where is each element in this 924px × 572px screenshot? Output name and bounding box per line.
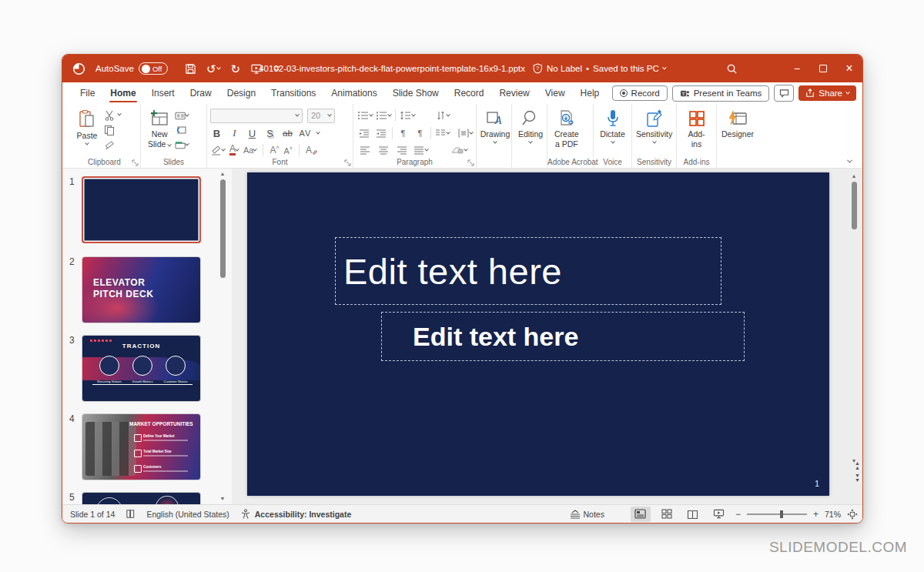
zoom-slider[interactable] bbox=[747, 513, 807, 515]
create-pdf-button[interactable]: Createa PDF bbox=[551, 107, 583, 152]
accessibility-checker[interactable]: Accessibility: Investigate bbox=[240, 509, 351, 519]
collapse-ribbon-button[interactable] bbox=[847, 158, 852, 163]
bold-button[interactable]: B bbox=[210, 128, 223, 139]
increase-font-button[interactable]: A˄ bbox=[270, 145, 279, 156]
align-left-button[interactable] bbox=[357, 143, 373, 157]
slide-editor[interactable]: Edit text here Edit text here 1 bbox=[247, 172, 829, 496]
bullets-button[interactable] bbox=[357, 109, 373, 122]
thumbnail-scrollbar[interactable]: ▲ ▼ bbox=[218, 170, 227, 503]
save-button[interactable] bbox=[185, 63, 196, 75]
italic-button[interactable]: I bbox=[228, 127, 241, 139]
title-placeholder[interactable]: Edit text here bbox=[335, 237, 721, 305]
undo-button[interactable]: ↺ bbox=[206, 63, 221, 75]
slide-thumbnail-3[interactable]: TRACTION Recurring Visitors Growth Metri… bbox=[82, 335, 201, 402]
align-right-button[interactable] bbox=[393, 143, 410, 157]
slide-thumbnail-1[interactable] bbox=[82, 176, 201, 243]
tab-design[interactable]: Design bbox=[220, 84, 263, 102]
ltr-text-button[interactable]: ¶ bbox=[396, 126, 411, 140]
subtitle-placeholder-text[interactable]: Edit text here bbox=[413, 322, 578, 352]
sensitivity-button[interactable]: Sensitivity bbox=[635, 107, 673, 146]
slide-indicator[interactable]: Slide 1 of 14 bbox=[70, 510, 115, 519]
dictate-button[interactable]: Dictate bbox=[597, 107, 628, 146]
clear-formatting-button[interactable]: A bbox=[306, 145, 318, 156]
previous-slide-button[interactable]: ▲▲ bbox=[855, 461, 860, 470]
clipboard-dialog-launcher[interactable] bbox=[132, 159, 139, 166]
tab-file[interactable]: File bbox=[73, 84, 102, 102]
normal-view-button[interactable] bbox=[631, 507, 651, 522]
text-direction-button[interactable] bbox=[434, 109, 451, 122]
paste-button[interactable]: Paste bbox=[72, 107, 102, 148]
language-indicator[interactable]: English (United States) bbox=[146, 510, 229, 519]
comments-button[interactable] bbox=[774, 85, 794, 102]
tab-slide-show[interactable]: Slide Show bbox=[386, 84, 446, 102]
tab-draw[interactable]: Draw bbox=[183, 84, 219, 102]
scroll-down-icon[interactable]: ▼ bbox=[220, 495, 226, 503]
drawing-button[interactable]: A Drawing bbox=[480, 107, 511, 146]
cut-button[interactable] bbox=[102, 109, 116, 122]
search-button[interactable] bbox=[716, 55, 747, 82]
tab-insert[interactable]: Insert bbox=[145, 84, 182, 102]
zoom-in-button[interactable]: + bbox=[813, 509, 819, 520]
zoom-level[interactable]: 71% bbox=[825, 510, 841, 519]
slide-thumbnail-2[interactable]: ELEVATOR PITCH DECK bbox=[82, 256, 201, 323]
share-button[interactable]: Share bbox=[798, 85, 856, 101]
spellcheck-icon[interactable] bbox=[126, 509, 136, 519]
autosave-switch[interactable]: Off bbox=[139, 62, 168, 75]
scroll-up-icon[interactable]: ▲ bbox=[852, 172, 857, 180]
maximize-button[interactable] bbox=[810, 55, 836, 82]
notes-button[interactable]: Notes bbox=[570, 510, 604, 519]
title-placeholder-text[interactable]: Edit text here bbox=[343, 250, 562, 293]
editor-scrollbar[interactable]: ▲ ▼ bbox=[849, 172, 859, 465]
format-painter-button[interactable] bbox=[102, 139, 116, 151]
copy-button[interactable] bbox=[102, 124, 116, 136]
zoom-slider-thumb[interactable] bbox=[780, 510, 783, 518]
highlight-button[interactable] bbox=[210, 145, 225, 156]
zoom-out-button[interactable]: − bbox=[735, 509, 741, 520]
increase-indent-button[interactable] bbox=[373, 126, 389, 140]
fit-to-window-button[interactable] bbox=[847, 509, 858, 520]
numbering-button[interactable] bbox=[375, 109, 392, 122]
columns-button[interactable] bbox=[434, 126, 450, 140]
editing-button[interactable]: Editing bbox=[515, 107, 546, 146]
text-shadow-button[interactable]: S bbox=[263, 128, 276, 139]
autosave-toggle[interactable]: AutoSave Off bbox=[95, 62, 168, 75]
subtitle-placeholder[interactable]: Edit text here bbox=[381, 312, 745, 361]
redo-button[interactable]: ↻ bbox=[230, 63, 240, 75]
tab-view[interactable]: View bbox=[538, 84, 572, 102]
slideshow-view-button[interactable] bbox=[709, 507, 729, 522]
tab-record[interactable]: Record bbox=[447, 84, 491, 102]
paragraph-dialog-launcher[interactable] bbox=[467, 159, 474, 166]
font-size-select[interactable]: 20 bbox=[307, 109, 335, 123]
slide-thumbnail-5[interactable] bbox=[82, 492, 201, 504]
document-title[interactable]: 40102-03-investors-pitch-deck-flat-power… bbox=[259, 64, 525, 73]
tab-home[interactable]: Home bbox=[103, 84, 142, 102]
sensitivity-label-control[interactable]: ? No Label • Saved to this PC bbox=[533, 63, 666, 74]
present-in-teams-button[interactable]: T Present in Teams bbox=[672, 85, 770, 102]
minimize-button[interactable]: − bbox=[784, 55, 810, 82]
rtl-text-button[interactable]: ¶ bbox=[412, 126, 427, 140]
scroll-up-icon[interactable]: ▲ bbox=[220, 170, 226, 178]
character-spacing-button[interactable]: AV bbox=[299, 129, 312, 138]
slide-thumbnail-4[interactable]: MARKET OPPORTUNITIES Define Your Market … bbox=[82, 413, 201, 480]
designer-button[interactable]: Designer bbox=[720, 107, 755, 142]
align-center-button[interactable] bbox=[375, 143, 392, 157]
font-name-select[interactable] bbox=[210, 109, 303, 123]
slide-layout-button[interactable] bbox=[175, 109, 189, 122]
new-slide-button[interactable]: New Slide bbox=[144, 107, 175, 152]
tab-transitions[interactable]: Transitions bbox=[264, 84, 323, 102]
editor-scrollbar-thumb[interactable] bbox=[852, 182, 857, 229]
align-text-button[interactable] bbox=[457, 126, 473, 140]
line-spacing-button[interactable] bbox=[399, 109, 416, 122]
tab-animations[interactable]: Animations bbox=[324, 84, 383, 102]
reset-slide-button[interactable] bbox=[175, 124, 189, 136]
thumbnail-scrollbar-thumb[interactable] bbox=[220, 179, 226, 278]
next-slide-button[interactable]: ▼▼ bbox=[855, 473, 860, 483]
font-color-button[interactable]: A bbox=[229, 145, 239, 156]
smartart-button[interactable] bbox=[450, 143, 467, 157]
underline-button[interactable]: U bbox=[246, 128, 259, 139]
decrease-font-button[interactable]: A˅ bbox=[284, 146, 293, 156]
addins-button[interactable]: Add-ins bbox=[680, 107, 713, 152]
change-case-button[interactable]: Aa bbox=[243, 146, 256, 155]
justify-button[interactable] bbox=[412, 143, 429, 157]
record-button[interactable]: Record bbox=[612, 85, 668, 101]
